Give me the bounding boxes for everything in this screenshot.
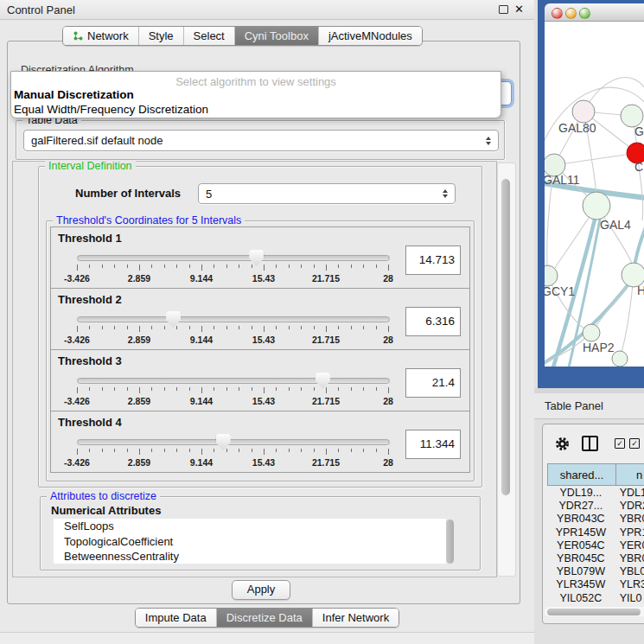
tab-discretize-data[interactable]: Discretize Data <box>216 609 312 627</box>
table-cell[interactable]: YER0 <box>615 539 644 552</box>
vertical-scrollbar-thumb[interactable] <box>501 179 510 495</box>
threshold-value-field[interactable]: 21.4 <box>405 368 461 398</box>
slider-tick-label: 2.859 <box>128 273 150 284</box>
slider-tick <box>252 449 252 452</box>
threshold-value-field[interactable]: 6.316 <box>405 307 461 336</box>
apply-button[interactable]: Apply <box>232 580 290 600</box>
tab-jactivemnodules[interactable]: jActiveMNodules <box>318 27 422 45</box>
table-cell[interactable]: YIL052C <box>547 592 615 605</box>
slider-tick <box>289 265 290 268</box>
numerical-attributes-list[interactable]: SelfLoopsTopologicalCoefficientBetweenne… <box>54 519 446 564</box>
network-node-gal80[interactable] <box>572 100 595 123</box>
table-cell[interactable]: YDL19... <box>547 487 615 500</box>
slider-track[interactable] <box>77 255 390 261</box>
table-cell[interactable]: YBR0 <box>615 513 644 526</box>
table-cell[interactable]: YPR145W <box>547 526 615 539</box>
threshold-slider[interactable]: -3.4262.8599.14415.4321.71528 <box>77 373 388 408</box>
table-cell[interactable]: YDL1 <box>615 487 644 500</box>
slider-thumb[interactable] <box>316 373 330 389</box>
threshold-slider[interactable]: -3.4262.8599.14415.4321.71528 <box>77 312 388 347</box>
float-window-icon[interactable] <box>499 5 508 14</box>
network-edge[interactable] <box>554 153 637 165</box>
table-cell[interactable]: YBR0 <box>615 552 644 565</box>
table-row[interactable]: YDR27...YDR2 <box>547 500 644 513</box>
tab-label: Infer Network <box>322 611 389 624</box>
slider-track[interactable] <box>77 378 390 384</box>
checkbox-checked-icon[interactable]: ✓ <box>615 438 625 449</box>
vertical-scrollbar[interactable] <box>497 163 516 577</box>
network-node-hap2[interactable] <box>583 324 600 341</box>
table-cell[interactable]: YDR2 <box>615 500 644 513</box>
horizontal-scrollbar[interactable] <box>545 607 644 616</box>
table-cell[interactable]: YLR345W <box>547 578 615 591</box>
table-cell[interactable]: YBR045C <box>547 552 615 565</box>
table-row[interactable]: YBR043CYBR0 <box>547 513 644 526</box>
split-columns-icon[interactable] <box>582 436 598 451</box>
slider-tick-label: 9.144 <box>190 273 213 284</box>
tab-select[interactable]: Select <box>183 27 234 45</box>
slider-tick <box>338 326 339 329</box>
table-row[interactable]: YBL079WYBL0 <box>547 565 644 578</box>
table-cell[interactable]: YBL079W <box>547 565 615 578</box>
minimize-window-button[interactable] <box>565 8 577 19</box>
slider-tick <box>239 265 239 268</box>
horizontal-scrollbar-thumb[interactable] <box>547 609 641 615</box>
zoom-window-button[interactable] <box>579 8 590 19</box>
threshold-slider[interactable]: -3.4262.8599.14415.4321.71528 <box>77 251 388 285</box>
tab-style[interactable]: Style <box>138 27 183 45</box>
slider-thumb[interactable] <box>166 311 181 328</box>
attribute-list-item[interactable]: TopologicalCoefficient <box>54 534 446 550</box>
popup-item-manual-discretization[interactable]: Manual Discretization <box>14 88 134 101</box>
network-node-gal4[interactable] <box>583 192 610 220</box>
threshold-value-field[interactable]: 11.344 <box>405 430 461 459</box>
column-header-name[interactable]: n <box>616 463 644 486</box>
network-node-gcy1[interactable] <box>545 265 558 286</box>
popup-item-equal-width-frequency[interactable]: Equal Width/Frequency Discretization <box>14 103 208 116</box>
tab-cyni-toolbox[interactable]: Cyni Toolbox <box>234 27 318 45</box>
network-window-titlebar[interactable] <box>545 3 644 22</box>
slider-tick <box>201 449 202 455</box>
slider-tick-label: 2.859 <box>128 457 150 468</box>
slider-tick <box>214 387 214 391</box>
table-cell[interactable]: YPR1 <box>615 526 644 539</box>
slider-tick <box>314 326 315 329</box>
table-cell[interactable]: YLR3 <box>615 578 644 591</box>
threshold-label: Threshold 1 <box>58 232 122 245</box>
column-header-shared-name[interactable]: shared... <box>547 463 616 486</box>
slider-tick <box>164 449 165 452</box>
attributes-list-scrollbar-thumb[interactable] <box>446 520 454 564</box>
checkbox-checked-icon[interactable]: ✓ <box>629 438 640 449</box>
attribute-list-item[interactable]: SelfLoops <box>54 519 446 534</box>
slider-tick <box>189 265 190 268</box>
tab-impute-data[interactable]: Impute Data <box>136 609 216 627</box>
table-cell[interactable]: YBR043C <box>547 513 615 526</box>
table-row[interactable]: YBR045CYBR0 <box>547 552 644 565</box>
table-cell[interactable]: YBL0 <box>615 565 644 578</box>
table-cell[interactable]: YIL0 <box>615 592 644 605</box>
tab-network[interactable]: Network <box>63 27 138 45</box>
table-row[interactable]: YPR145WYPR1 <box>547 526 644 539</box>
slider-tick <box>139 387 140 393</box>
slider-track[interactable] <box>77 439 390 445</box>
slider-tick <box>326 326 327 332</box>
table-row[interactable]: YIL052CYIL0 <box>547 592 644 605</box>
tab-infer-network[interactable]: Infer Network <box>312 609 399 627</box>
table-row[interactable]: YDL19...YDL1 <box>547 487 644 500</box>
slider-thumb[interactable] <box>216 434 231 450</box>
table-cell[interactable]: YER054C <box>547 539 615 552</box>
threshold-slider[interactable]: -3.4262.8599.14415.4321.71528 <box>77 435 388 469</box>
gear-icon[interactable] <box>554 436 571 452</box>
network-node[interactable] <box>612 351 628 367</box>
table-cell[interactable]: YDR27... <box>547 500 615 513</box>
close-panel-icon[interactable]: ✕ <box>514 3 524 16</box>
threshold-value-field[interactable]: 14.713 <box>405 245 461 275</box>
table-row[interactable]: YER054CYER0 <box>547 539 644 552</box>
network-canvas[interactable]: GAL80GGAL11GAL4GCY1HHAP2C <box>545 22 644 367</box>
number-of-intervals-combobox[interactable]: 5 <box>198 183 456 204</box>
attribute-list-item[interactable]: BetweennessCentrality <box>54 549 446 564</box>
table-row[interactable]: YLR345WYLR3 <box>547 578 644 591</box>
slider-tick <box>301 387 302 391</box>
table-data-combobox[interactable]: galFiltered.sif default node <box>23 130 499 151</box>
close-window-button[interactable] <box>552 8 563 19</box>
slider-track[interactable] <box>77 316 390 322</box>
